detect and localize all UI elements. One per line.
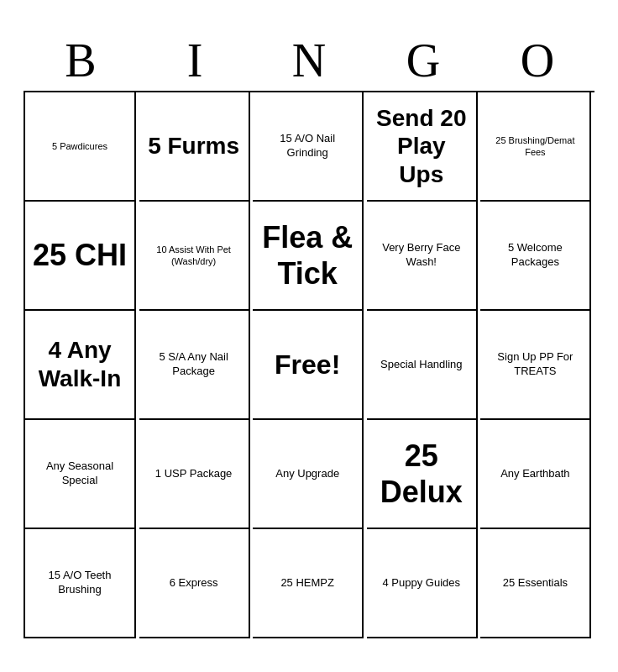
cell-text-r4c0: 15 A/O Teeth Brushing <box>30 569 129 597</box>
cell-r0c4: 25 Brushing/Demat Fees <box>480 92 591 202</box>
cell-text-r1c4: 5 Welcome Packages <box>485 241 584 270</box>
cell-r4c3: 4 Puppy Guides <box>367 529 478 638</box>
cell-text-r0c4: 25 Brushing/Demat Fees <box>485 134 584 159</box>
bingo-card: BINGO 5 Pawdicures5 Furms15 A/O Nail Gri… <box>15 25 603 647</box>
cell-text-r1c1: 10 Assist With Pet (Wash/dry) <box>144 244 244 268</box>
cell-r4c2: 25 HEMPZ <box>253 529 364 638</box>
cell-r2c2: Free! <box>253 311 364 420</box>
cell-r3c0: Any Seasonal Special <box>25 420 136 529</box>
cell-text-r0c2: 15 A/O Nail Grinding <box>258 132 357 160</box>
cell-r3c3: 25 Delux <box>367 420 478 529</box>
cell-r2c1: 5 S/A Any Nail Package <box>139 311 250 420</box>
header-letter-n: N <box>256 34 362 87</box>
cell-text-r4c1: 6 Express <box>170 576 218 591</box>
header-letter-i: I <box>142 34 248 87</box>
cell-text-r1c3: Very Berry Face Wash! <box>372 241 471 270</box>
cell-r3c4: Any Earthbath <box>480 420 591 529</box>
cell-text-r2c0: 4 Any Walk-In <box>30 336 129 392</box>
cell-text-r4c3: 4 Puppy Guides <box>383 576 461 591</box>
cell-r4c0: 15 A/O Teeth Brushing <box>25 529 136 638</box>
cell-text-r1c2: Flea & Tick <box>258 219 357 291</box>
cell-text-r3c3: 25 Delux <box>372 438 471 510</box>
bingo-grid: 5 Pawdicures5 Furms15 A/O Nail GrindingS… <box>24 91 594 638</box>
cell-r0c1: 5 Furms <box>139 92 250 202</box>
cell-text-r4c4: 25 Essentials <box>503 576 568 591</box>
cell-r0c0: 5 Pawdicures <box>25 92 136 202</box>
header-letter-g: G <box>370 34 476 87</box>
cell-r2c3: Special Handling <box>367 311 478 420</box>
cell-r4c4: 25 Essentials <box>480 529 591 638</box>
cell-r3c1: 1 USP Package <box>139 420 250 529</box>
cell-r1c1: 10 Assist With Pet (Wash/dry) <box>139 202 250 311</box>
cell-text-r1c0: 25 CHI <box>33 237 127 273</box>
cell-text-r3c2: Any Upgrade <box>275 467 339 481</box>
cell-text-r3c4: Any Earthbath <box>500 467 569 481</box>
cell-text-r0c0: 5 Pawdicures <box>52 140 107 152</box>
cell-r1c4: 5 Welcome Packages <box>480 202 591 311</box>
cell-r0c3: Send 20 Play Ups <box>367 92 478 202</box>
cell-r1c2: Flea & Tick <box>253 202 364 311</box>
cell-r1c0: 25 CHI <box>25 202 136 311</box>
bingo-header: BINGO <box>24 34 594 87</box>
header-letter-o: O <box>484 34 590 87</box>
cell-r4c1: 6 Express <box>139 529 250 638</box>
cell-text-r4c2: 25 HEMPZ <box>280 576 334 591</box>
cell-r3c2: Any Upgrade <box>253 420 364 529</box>
cell-r0c2: 15 A/O Nail Grinding <box>253 92 364 202</box>
cell-r1c3: Very Berry Face Wash! <box>367 202 478 311</box>
cell-text-r3c0: Any Seasonal Special <box>30 459 129 488</box>
header-letter-b: B <box>28 34 134 87</box>
cell-text-r2c2: Free! <box>275 349 340 381</box>
cell-text-r0c3: Send 20 Play Ups <box>372 104 471 189</box>
cell-text-r2c4: Sign Up PP For TREATS <box>485 350 584 379</box>
cell-r2c4: Sign Up PP For TREATS <box>480 311 591 420</box>
cell-text-r2c1: 5 S/A Any Nail Package <box>144 350 244 379</box>
cell-text-r3c1: 1 USP Package <box>155 467 233 481</box>
cell-r2c0: 4 Any Walk-In <box>25 311 136 420</box>
cell-text-r0c1: 5 Furms <box>148 132 239 160</box>
cell-text-r2c3: Special Handling <box>380 358 463 372</box>
